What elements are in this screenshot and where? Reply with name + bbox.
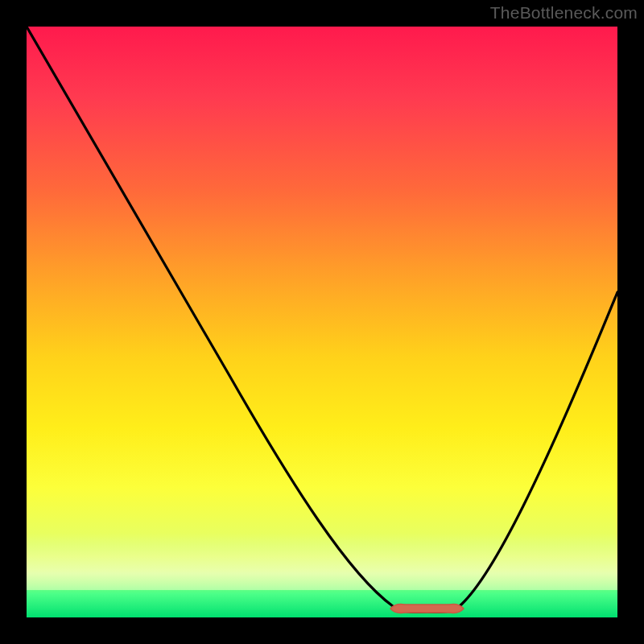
watermark-text: TheBottleneck.com xyxy=(490,3,638,23)
chart-frame: TheBottleneck.com xyxy=(0,0,644,644)
optimal-range-marker xyxy=(390,605,464,613)
highlight-band xyxy=(27,534,617,590)
plot-area xyxy=(27,27,617,617)
bottleneck-curve xyxy=(27,27,617,612)
curve-layer xyxy=(27,27,617,617)
